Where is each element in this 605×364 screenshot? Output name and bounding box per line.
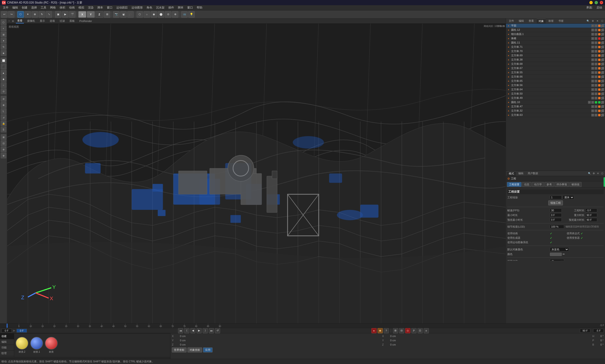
tool-world[interactable]: ⊞	[104, 11, 110, 18]
menu-volume[interactable]: 体积	[58, 5, 67, 10]
object-visibility-icon[interactable]: ○	[591, 54, 594, 57]
settings-icon[interactable]: ⚙	[591, 19, 595, 23]
object-lock-icon[interactable]: ○	[595, 46, 597, 49]
undo-button[interactable]: ↩	[1, 11, 8, 18]
object-visibility-icon[interactable]: ○	[591, 41, 594, 44]
search-icon[interactable]: 🔍	[586, 19, 590, 23]
keyframe-btn[interactable]: ?	[384, 328, 389, 333]
object-list-item[interactable]: ▲立方体.56○○	[506, 83, 605, 88]
prop-expand-icon[interactable]: ⬡	[600, 172, 604, 175]
apply-btn[interactable]: 应用	[203, 348, 212, 352]
object-list-item[interactable]: ▲圆柱.11○○	[506, 41, 605, 45]
object-lock-icon[interactable]: ○	[595, 67, 597, 70]
prop-previewmax-input[interactable]	[585, 218, 597, 222]
tool-z[interactable]: Z	[95, 11, 103, 18]
menu-select[interactable]: 选择	[29, 5, 39, 10]
object-visibility-icon[interactable]: ○	[591, 63, 594, 65]
object-visibility-icon[interactable]: ○	[591, 84, 594, 87]
object-list-item[interactable]: ▲立方体.70○○	[506, 49, 605, 53]
left-tool-8[interactable]: ⬛	[1, 64, 6, 69]
mode-scale[interactable]: ⤡	[46, 11, 52, 18]
object-visibility-icon[interactable]: ○	[591, 50, 594, 53]
prop-color-swatch[interactable]	[550, 253, 562, 256]
menu-tools[interactable]: 工具	[39, 5, 48, 10]
close-panel-icon[interactable]: ✕	[595, 19, 599, 23]
object-lock-icon[interactable]: ○	[595, 29, 597, 31]
object-visibility-icon[interactable]: ○	[591, 67, 594, 70]
obj-type-6[interactable]: ⊗	[172, 11, 179, 18]
prop-scale-unit[interactable]: 厘米	[563, 195, 574, 199]
menu-window2[interactable]: 窗口	[185, 5, 195, 10]
object-list-item[interactable]: ▲立方体.55○○	[506, 70, 605, 75]
vp-icon-2[interactable]: ⊞	[500, 25, 502, 28]
left-tool-6[interactable]: ◈	[1, 50, 6, 56]
goto-end-btn[interactable]: ⏭	[209, 328, 214, 333]
left-tool-14[interactable]: ⊕	[1, 102, 6, 108]
object-list-item[interactable]: ▲细分曲面.1○○	[506, 32, 605, 36]
menu-create[interactable]: 创建	[20, 5, 29, 10]
object-visibility-icon[interactable]: ○	[591, 92, 594, 95]
object-list-item[interactable]: ▲圆柱.10○○	[506, 100, 605, 104]
object-lock-icon[interactable]: ○	[595, 88, 597, 91]
object-lock-icon[interactable]: ○	[595, 63, 597, 65]
object-visibility-icon[interactable]: ○	[591, 88, 594, 91]
object-list-item[interactable]: ▲立方体.67○○	[506, 66, 605, 70]
obj-type-3[interactable]: ◉	[151, 11, 157, 18]
mode-btn-6[interactable]: ≡	[424, 328, 429, 333]
prop-duration-input[interactable]	[585, 208, 597, 212]
object-lock-icon[interactable]: ○	[595, 80, 597, 82]
light-btn[interactable]: 💡	[188, 11, 195, 18]
object-list-item[interactable]: ▲立方体.68○○	[506, 62, 605, 66]
prop-tab-mode[interactable]: 模式	[507, 171, 516, 176]
frame-current-input[interactable]	[16, 329, 27, 333]
scale-project-btn[interactable]: 缩放工程	[548, 200, 563, 205]
left-tool-7[interactable]: ⬜	[1, 58, 6, 63]
object-visibility-icon[interactable]: ○	[591, 33, 594, 36]
play-fwd-btn[interactable]: ▶	[197, 328, 202, 333]
object-visibility-icon[interactable]: ○	[591, 46, 594, 49]
obj-coords-btn[interactable]: 对象坐标	[187, 348, 202, 352]
object-list-item[interactable]: ▲立方体.49○○	[506, 96, 605, 100]
obj-tab-view[interactable]: 查看	[527, 19, 536, 23]
prop-previewmin-input[interactable]	[550, 218, 562, 222]
view-1[interactable]: 📷	[113, 11, 120, 18]
object-visibility-icon[interactable]: ○	[591, 97, 594, 100]
prop-mintime-input[interactable]	[550, 213, 562, 217]
goto-start-btn[interactable]: ⏮	[178, 328, 183, 333]
mode-btn-5[interactable]: ⊡	[418, 328, 423, 333]
minimize-button[interactable]: ─	[589, 1, 593, 4]
left-tool-1[interactable]: ⬡	[1, 19, 6, 25]
object-lock-icon[interactable]: ○	[595, 109, 597, 112]
mat-tab-edit[interactable]: 编辑	[0, 339, 14, 345]
object-lock-icon[interactable]: ○	[595, 114, 597, 117]
vp-tab-prorender[interactable]: ProRender	[78, 19, 93, 23]
object-list-item[interactable]: ▲立方体.63○○	[506, 113, 605, 117]
menu-window[interactable]: 窗口	[105, 5, 114, 10]
prop-subtab-todo[interactable]: 停办事项	[554, 182, 569, 187]
left-tool-19[interactable]: ⊞	[1, 134, 6, 140]
obj-type-2[interactable]: ○	[144, 11, 150, 18]
layout-value[interactable]: 启动	[595, 5, 604, 10]
object-visibility-icon[interactable]: ○	[591, 29, 594, 31]
camera-btn[interactable]: 📹	[181, 11, 188, 18]
object-list-item[interactable]: ▲立方体.66○○	[506, 75, 605, 79]
object-lock-icon[interactable]: ○	[595, 41, 597, 44]
left-tool-18[interactable]: S	[1, 127, 6, 132]
close-button[interactable]: ✕	[600, 1, 603, 4]
object-lock-icon[interactable]: ○	[595, 50, 597, 53]
mode-select[interactable]: ✦	[24, 11, 31, 18]
object-lock-icon[interactable]: ○	[595, 71, 597, 74]
left-tool-4[interactable]: ✦	[1, 38, 6, 43]
object-lock-icon[interactable]: ○	[595, 37, 597, 40]
object-list-item[interactable]: ▲平面○○	[506, 24, 605, 28]
step-back-btn[interactable]: ⟨	[184, 328, 189, 333]
material-item[interactable]: 材质.1	[30, 337, 43, 354]
prop-subtab-interp[interactable]: 帧插值	[569, 182, 582, 187]
left-tool-10[interactable]: ◆	[1, 76, 6, 82]
mat-tab-tex[interactable]: 纹理	[0, 351, 14, 356]
play-back-btn[interactable]: ◀	[190, 328, 196, 333]
obj-tab-objects[interactable]: 对象	[537, 19, 546, 23]
material-item[interactable]: 材质.2	[16, 337, 28, 354]
object-lock-icon[interactable]: ○	[595, 54, 597, 57]
frame-end-input[interactable]	[580, 329, 590, 333]
